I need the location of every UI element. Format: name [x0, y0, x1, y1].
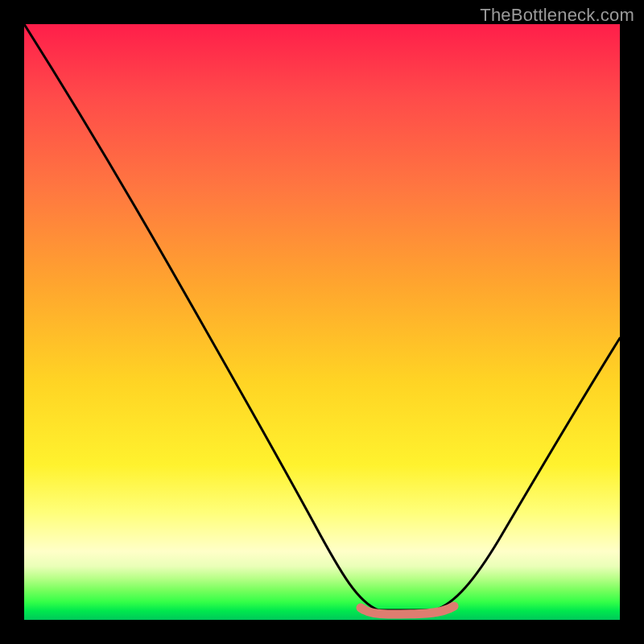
- optimal-band: [361, 606, 454, 614]
- plot-area: [24, 24, 620, 620]
- curve-layer: [24, 24, 620, 620]
- bottleneck-curve: [24, 24, 620, 610]
- chart-frame: TheBottleneck.com: [0, 0, 644, 644]
- watermark-text: TheBottleneck.com: [480, 5, 634, 26]
